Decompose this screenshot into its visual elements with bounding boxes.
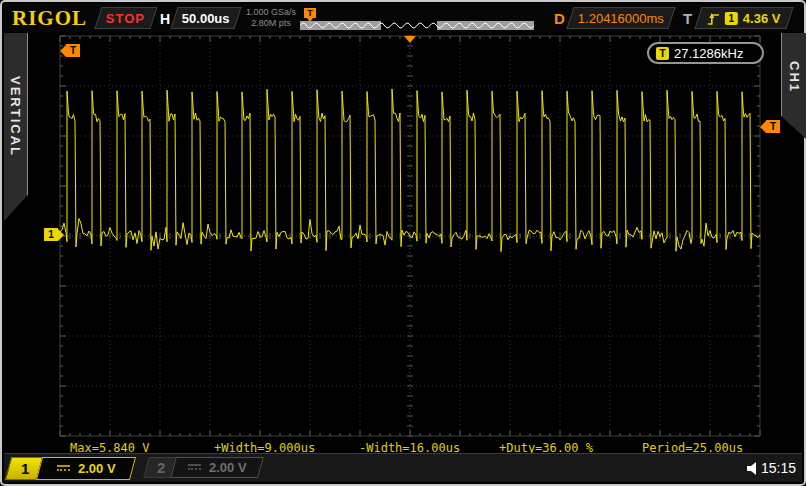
channel1-ground-flag[interactable]: 1 (44, 228, 64, 241)
clock: 15:15 (747, 460, 796, 476)
trigger-source-badge: 1 (725, 12, 738, 25)
memory-depth: 2.80M pts (244, 18, 298, 29)
frequency-counter: T 27.1286kHz (647, 42, 764, 64)
delay-label: D (554, 10, 565, 27)
trigger-level-value: 4.36 V (743, 11, 781, 26)
channel2-scale: 2.00 V (209, 460, 247, 475)
scope-screen: RIGOL STOP H 50.00us 1.000 GSa/s 2.80M p… (0, 0, 806, 486)
sample-rate: 1.000 GSa/s (244, 7, 298, 18)
delay-value: 1.20416000ms (578, 11, 664, 26)
horizontal-center-marker-icon (404, 36, 416, 43)
run-state-indicator[interactable]: STOP (94, 7, 157, 29)
channel1-ground-flag-tip (58, 229, 64, 241)
trigger-position-flag[interactable]: T (60, 44, 80, 57)
channel2-scale-box: 2.00 V (170, 457, 264, 478)
trigger-level-flag-label: T (766, 120, 780, 133)
trigger-settings-readout[interactable]: 1 4.36 V (694, 7, 793, 29)
tab-vertical-label: VERTICAL (8, 76, 23, 157)
channel2-dc-coupling-icon (188, 464, 201, 471)
tab-ch1-label: CH1 (787, 61, 802, 93)
clock-time: 15:15 (761, 460, 796, 476)
acquisition-info: 1.000 GSa/s 2.80M pts (244, 7, 298, 29)
horizontal-label: H (160, 11, 170, 27)
timebase-readout[interactable]: 50.00us (170, 7, 241, 29)
trigger-position-flag-label: T (66, 44, 80, 57)
graticule-and-waveform (2, 2, 806, 486)
memory-waveform-icon (300, 21, 534, 30)
memory-position-bar[interactable] (300, 21, 534, 30)
rigol-logo: RIGOL (12, 6, 87, 31)
channel1-dc-coupling-icon (57, 465, 70, 472)
channel1-scale-box: 2.00 V (36, 457, 136, 480)
channel1-ground-flag-label: 1 (44, 228, 58, 241)
timebase-value: 50.00us (182, 11, 230, 26)
trigger-label: T (683, 10, 692, 27)
rising-edge-icon (707, 11, 720, 25)
sidebar-tab-vertical[interactable]: VERTICAL (4, 33, 28, 221)
channel2-badge[interactable]: 2 2.00 V (146, 457, 261, 478)
channel-status-bar: 1 2.00 V 2 2.00 V 15:15 (4, 453, 802, 482)
freq-counter-trigger-icon: T (656, 47, 669, 60)
memory-trigger-position-icon: T (304, 8, 316, 18)
header-bar: RIGOL STOP H 50.00us 1.000 GSa/s 2.80M p… (4, 4, 802, 32)
channel1-badge[interactable]: 1 2.00 V (8, 457, 133, 480)
speaker-icon (747, 462, 758, 475)
trigger-delay-readout[interactable]: 1.20416000ms (566, 7, 675, 29)
channel1-scale: 2.00 V (78, 461, 116, 476)
freq-counter-value: 27.1286kHz (674, 46, 743, 61)
trigger-level-flag[interactable]: T (760, 120, 780, 133)
run-state-label: STOP (106, 11, 145, 26)
